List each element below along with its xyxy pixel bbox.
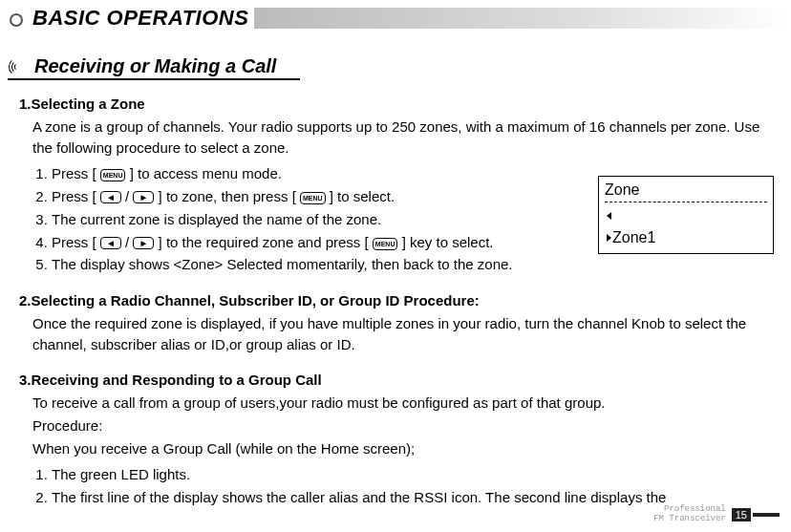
steps-group-call: The green LED lights. The first line of … bbox=[32, 464, 776, 508]
zone-box-item-text: Zone1 bbox=[612, 229, 655, 245]
chapter-title: BASIC OPERATIONS bbox=[32, 6, 248, 31]
para-channel-body: Once the required zone is displayed, if … bbox=[32, 313, 776, 355]
para-groupcall-1: To receive a call from a group of users,… bbox=[32, 393, 776, 414]
footer-bar bbox=[753, 513, 780, 517]
footer-line2: FM Transceiver bbox=[653, 515, 726, 524]
subhead-selecting-zone: 1.Selecting a Zone bbox=[19, 94, 776, 115]
gc-step-1: The green LED lights. bbox=[52, 464, 776, 485]
zone-box-title: Zone bbox=[605, 179, 767, 202]
signal-waves-icon bbox=[8, 56, 29, 77]
content-area: Zone Zone1 1.Selecting a Zone A zone is … bbox=[19, 94, 776, 508]
footer-text: Professional FM Transceiver bbox=[653, 505, 726, 524]
para-groupcall-3: When you receive a Group Call (while on … bbox=[32, 438, 776, 459]
section-title: Receiving or Making a Call bbox=[34, 55, 276, 77]
page-number: 15 bbox=[732, 508, 751, 521]
step-5: The display shows <Zone> Selected moment… bbox=[52, 254, 776, 275]
subhead-group-call: 3.Receiving and Responding to a Group Ca… bbox=[19, 370, 776, 391]
menu-key-icon: MENU bbox=[373, 238, 398, 250]
para-zone-intro: A zone is a group of channels. Your radi… bbox=[32, 117, 776, 159]
para-groupcall-2: Procedure: bbox=[32, 415, 776, 436]
bullet-ring-icon bbox=[10, 13, 23, 27]
menu-key-icon: MENU bbox=[300, 192, 326, 204]
right-key-icon: ► bbox=[133, 191, 154, 203]
left-key-icon: ◄ bbox=[100, 191, 121, 203]
chapter-header: BASIC OPERATIONS bbox=[0, 6, 791, 31]
section-header: Receiving or Making a Call bbox=[8, 55, 791, 77]
menu-key-icon: MENU bbox=[100, 169, 126, 181]
right-key-icon: ► bbox=[133, 237, 154, 249]
section-underline bbox=[8, 78, 300, 80]
chapter-gradient-bar bbox=[254, 8, 791, 29]
zone-display-box: Zone Zone1 bbox=[598, 176, 774, 254]
zone-box-item: Zone1 bbox=[605, 202, 767, 248]
left-key-icon: ◄ bbox=[100, 237, 121, 249]
page-footer: Professional FM Transceiver 15 bbox=[653, 505, 780, 524]
subhead-selecting-channel: 2.Selecting a Radio Channel, Subscriber … bbox=[19, 290, 776, 311]
